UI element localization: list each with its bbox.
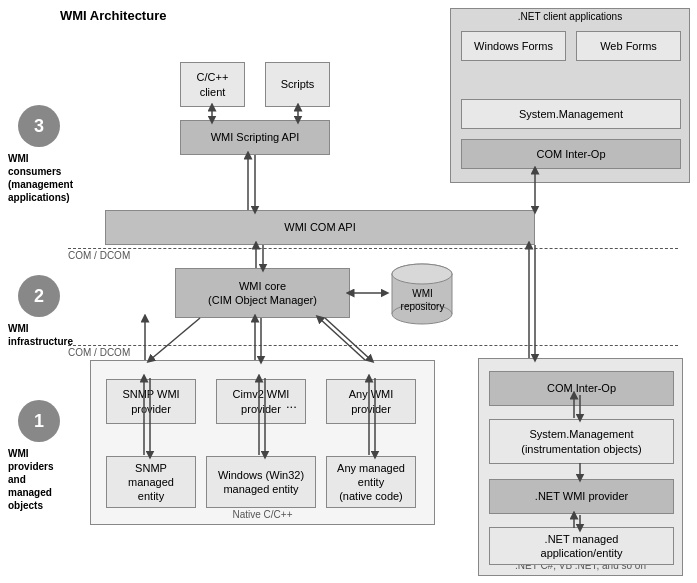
dcom-label-2: COM / DCOM bbox=[68, 347, 130, 358]
web-forms-box: Web Forms bbox=[576, 31, 681, 61]
native-cpp-container: Native C/C++ SNMP WMIprovider Cimv2 WMIp… bbox=[90, 360, 435, 525]
svg-line-19 bbox=[319, 318, 365, 360]
dotnet-container-label: .NET client applications bbox=[518, 11, 622, 22]
com-interop-right-box: COM Inter-Op bbox=[489, 371, 674, 406]
layer2-circle: 2 bbox=[18, 275, 60, 317]
snmp-wmi-provider-box: SNMP WMIprovider bbox=[106, 379, 196, 424]
windows-managed-box: Windows (Win32)managed entity bbox=[206, 456, 316, 508]
dotnet-wmi-provider-box: .NET WMI provider bbox=[489, 479, 674, 514]
page-title: WMI Architecture bbox=[60, 8, 166, 23]
any-managed-box: Any managedentity(native code) bbox=[326, 456, 416, 508]
layer1-circle: 1 bbox=[18, 400, 60, 442]
dotnet-managed-app-box: .NET managedapplication/entity bbox=[489, 527, 674, 565]
main-container: WMI Architecture 3 WMI consumers(managem… bbox=[0, 0, 697, 583]
dcom-label-1: COM / DCOM bbox=[68, 250, 130, 261]
scripts-box: Scripts bbox=[265, 62, 330, 107]
layer2-label: WMI infrastructure bbox=[8, 322, 66, 348]
svg-point-5 bbox=[392, 264, 452, 284]
wmi-com-api-box: WMI COM API bbox=[105, 210, 535, 245]
com-interop-top-box: COM Inter-Op bbox=[461, 139, 681, 169]
layer3-circle: 3 bbox=[18, 105, 60, 147]
sys-mgmt-instr-box: System.Management(instrumentation object… bbox=[489, 419, 674, 464]
wmi-core-box: WMI core(CIM Object Manager) bbox=[175, 268, 350, 318]
snmp-managed-box: SNMPmanagedentity bbox=[106, 456, 196, 508]
any-wmi-provider-box: Any WMIprovider bbox=[326, 379, 416, 424]
wmi-scripting-api-box: WMI Scripting API bbox=[180, 120, 330, 155]
svg-line-18 bbox=[325, 318, 371, 360]
dcom-line-2 bbox=[68, 345, 678, 346]
cpp-client-box: C/C++client bbox=[180, 62, 245, 107]
layer1-label: WMI providersandmanagedobjects bbox=[8, 447, 66, 512]
layer3-label: WMI consumers(managementapplications) bbox=[8, 152, 66, 204]
native-cpp-label: Native C/C++ bbox=[232, 509, 292, 520]
wmi-repository: WMIrepository bbox=[385, 262, 460, 327]
dcom-line-1 bbox=[68, 248, 678, 249]
system-management-top-box: System.Management bbox=[461, 99, 681, 129]
dotnet-right-container: .NET C#, VB .NET, and so on COM Inter-Op… bbox=[478, 358, 683, 576]
ellipsis: ... bbox=[286, 396, 297, 411]
dotnet-client-container: .NET client applications Windows Forms W… bbox=[450, 8, 690, 183]
svg-line-14 bbox=[150, 318, 200, 360]
windows-forms-box: Windows Forms bbox=[461, 31, 566, 61]
